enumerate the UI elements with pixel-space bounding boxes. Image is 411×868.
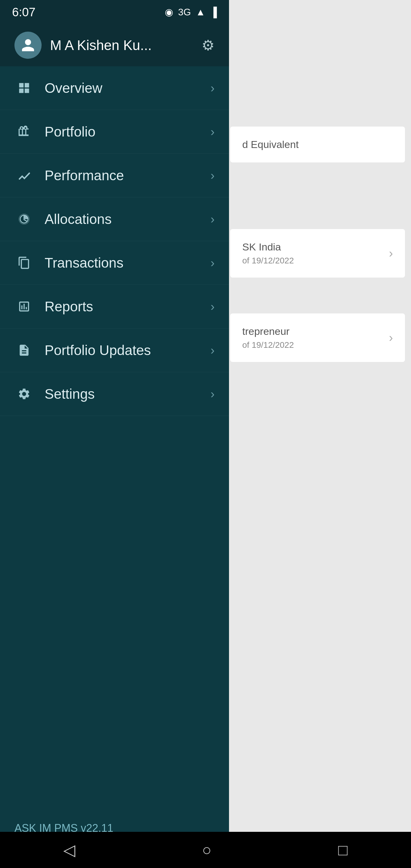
status-signal-icon: 3G [178, 7, 191, 18]
nav-back-button[interactable]: ◁ [63, 841, 75, 859]
bg-card-3-arrow: › [389, 331, 393, 344]
bg-card-2-title: SK India [242, 241, 294, 253]
status-battery-icon: ▐ [210, 7, 217, 18]
portfolio-label: Portfolio [44, 124, 96, 140]
allocations-icon [14, 210, 34, 229]
performance-label: Performance [44, 167, 124, 184]
status-notification-icon: ◉ [165, 6, 173, 18]
transactions-icon [14, 253, 34, 273]
settings-icon [14, 384, 34, 404]
bg-card-3-subtitle: of 19/12/2022 [242, 340, 294, 350]
performance-icon [14, 166, 34, 185]
bg-card-1: d Equivalent [230, 127, 405, 162]
menu-item-reports[interactable]: Reports › [0, 285, 229, 329]
nav-home-button[interactable]: ○ [202, 841, 212, 859]
bg-card-2-arrow: › [389, 247, 393, 260]
portfolio-chevron: › [211, 125, 215, 138]
navigation-drawer: 6:07 ◉ 3G ▲ ▐ M A Kishen Ku... ⚙ [0, 0, 229, 868]
status-time: 6:07 [12, 5, 36, 19]
overview-label: Overview [44, 80, 102, 96]
portfolio-updates-icon [14, 341, 34, 360]
drawer-header: 6:07 ◉ 3G ▲ ▐ M A Kishen Ku... ⚙ [0, 0, 229, 66]
user-section: 6:07 ◉ 3G ▲ ▐ M A Kishen Ku... [14, 7, 152, 59]
status-wifi-icon: ▲ [196, 7, 205, 18]
overview-icon [14, 79, 34, 98]
allocations-chevron: › [211, 213, 215, 226]
menu-item-portfolio-updates[interactable]: Portfolio Updates › [0, 329, 229, 372]
drawer-settings-icon[interactable]: ⚙ [201, 37, 215, 54]
transactions-label: Transactions [44, 255, 124, 271]
menu-item-portfolio[interactable]: Portfolio › [0, 110, 229, 154]
menu-list: Overview › Portfolio › [0, 66, 229, 807]
portfolio-updates-chevron: › [211, 344, 215, 357]
nav-recents-button[interactable]: □ [338, 841, 347, 859]
drawer-username: M A Kishen Ku... [50, 37, 152, 53]
menu-item-overview[interactable]: Overview › [0, 66, 229, 110]
portfolio-icon [14, 122, 34, 141]
portfolio-updates-label: Portfolio Updates [44, 342, 151, 358]
menu-item-settings[interactable]: Settings › [0, 372, 229, 416]
avatar [14, 32, 41, 59]
settings-label: Settings [44, 386, 95, 402]
transactions-chevron: › [211, 256, 215, 270]
background-panel: d Equivalent SK India of 19/12/2022 › tr… [224, 0, 411, 868]
bg-card-3-title: trepreneur [242, 326, 294, 337]
bg-card-2-subtitle: of 19/12/2022 [242, 256, 294, 266]
menu-item-allocations[interactable]: Allocations › [0, 197, 229, 241]
performance-chevron: › [211, 169, 215, 182]
android-nav-bar: ◁ ○ □ [0, 832, 411, 868]
menu-item-performance[interactable]: Performance › [0, 154, 229, 197]
bg-card-3: trepreneur of 19/12/2022 › [230, 313, 405, 362]
menu-item-transactions[interactable]: Transactions › [0, 241, 229, 285]
settings-chevron: › [211, 387, 215, 401]
allocations-label: Allocations [44, 211, 112, 227]
bg-card-1-text: d Equivalent [242, 138, 298, 150]
reports-label: Reports [44, 299, 93, 315]
reports-icon [14, 297, 34, 316]
overview-chevron: › [211, 82, 215, 95]
reports-chevron: › [211, 300, 215, 313]
bg-card-2: SK India of 19/12/2022 › [230, 229, 405, 278]
